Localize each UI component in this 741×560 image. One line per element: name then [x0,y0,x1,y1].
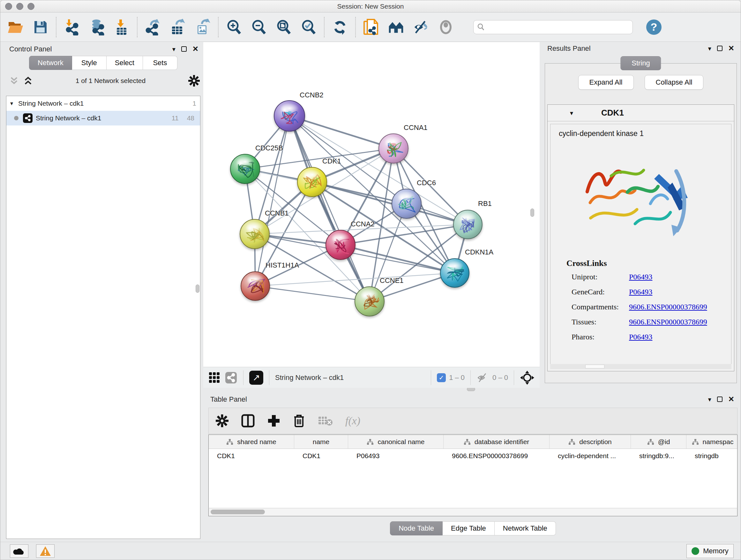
show-columns-icon[interactable] [241,414,255,428]
column-header-description[interactable]: description [549,435,631,449]
results-panel-close-icon[interactable]: ✕ [728,44,734,53]
zoom-fit-icon[interactable] [275,19,292,36]
add-column-icon[interactable] [267,415,280,427]
network-options-gear-icon[interactable] [188,75,200,86]
hide-selected-icon[interactable] [413,19,429,36]
table-panel-float-icon[interactable] [717,396,723,402]
network-node-ccnb2[interactable] [274,100,305,132]
collapse-all-icon[interactable] [9,76,19,85]
collapse-all-button[interactable]: Collapse All [645,75,704,90]
tab-style[interactable]: Style [72,56,107,70]
column-header-database-identifier[interactable]: database identifier [444,435,549,449]
table-options-gear-icon[interactable] [216,415,228,427]
network-node-ccna1[interactable] [379,133,408,164]
column-header-label: namespac [703,438,734,446]
network-collection-row[interactable]: ▾ String Network – cdk1 1 [6,96,200,111]
network-node-ccne1[interactable] [354,287,385,316]
hidden-eye-icon[interactable] [476,373,489,383]
network-node-ccna2[interactable] [326,230,355,260]
table-panel-menu-icon[interactable]: ▾ [708,395,711,403]
zoom-in-icon[interactable] [226,19,242,36]
tab-network-table[interactable]: Network Table [495,521,556,536]
import-network-file-icon[interactable] [64,19,80,36]
crosslink-value-link[interactable]: 9606.ENSP00000378699 [629,303,707,311]
network-node-hist1h1a[interactable] [241,271,270,301]
network-node-ccnb1[interactable] [240,219,270,249]
crosslink-value-link[interactable]: P06493 [629,273,652,281]
control-panel-float-icon[interactable] [181,46,187,52]
results-hscrollbar[interactable] [550,364,731,369]
table-row[interactable]: CDK1CDK1P064939606.ENSP00000378699cyclin… [209,449,737,463]
table-cell[interactable]: cyclin-dependent ... [549,449,631,463]
import-network-database-icon[interactable] [88,19,105,36]
results-panel-float-icon[interactable] [717,46,723,51]
table-cell[interactable]: stringdb [686,449,738,463]
first-neighbors-icon[interactable] [388,19,404,36]
network-node-cdkn1a[interactable] [440,258,469,288]
memory-button[interactable]: Memory [686,544,734,558]
clone-network-icon[interactable] [363,19,380,36]
table-cell[interactable]: stringdb:9... [631,449,686,463]
cloud-button[interactable] [10,544,28,558]
shared-column-icon [692,439,699,445]
string-view-icon[interactable] [225,371,238,384]
table-cell[interactable]: P06493 [348,449,444,463]
search-input[interactable] [473,20,633,34]
table-cell[interactable]: CDK1 [209,449,294,463]
results-panel-menu-icon[interactable]: ▾ [708,45,711,52]
save-session-icon[interactable] [32,19,49,36]
right-splitter-handle[interactable] [530,208,534,217]
delete-column-icon[interactable] [293,414,305,428]
tab-sets[interactable]: Sets [143,56,178,70]
entry-collapse-icon[interactable]: ▾ [570,109,573,117]
table-cell[interactable]: 9606.ENSP00000378699 [444,449,549,463]
column-header-shared-name[interactable]: shared name [209,435,294,449]
network-node-cdk1[interactable] [297,167,327,197]
table-hscrollbar[interactable] [208,508,738,516]
control-panel-close-icon[interactable]: ✕ [192,45,199,53]
column-header-name[interactable]: name [294,435,348,449]
crosslink-value-link[interactable]: P06493 [629,288,652,296]
selected-checkbox-icon[interactable]: ✓ [437,373,446,382]
table-cell[interactable]: CDK1 [294,449,348,463]
crosslink-value-link[interactable]: 9606.ENSP00000378699 [629,318,707,326]
export-network-icon[interactable] [145,19,161,36]
node-entry-header[interactable]: ▾ CDK1 [548,105,734,121]
network-node-rb1[interactable] [453,210,482,239]
network-canvas[interactable]: CCNB2CCNA1CDC25BCDK1CDC6RB1CCNB1CCNA2CDK… [203,42,540,367]
control-panel-menu-icon[interactable]: ▾ [172,45,176,53]
birdseye-crosshair-icon[interactable] [520,370,535,385]
open-session-icon[interactable] [7,19,24,36]
left-splitter-handle[interactable] [196,285,199,293]
import-table-file-icon[interactable] [113,19,130,36]
column-header-canonical-name[interactable]: canonical name [348,435,444,449]
shared-column-icon [647,439,654,445]
tab-select[interactable]: Select [107,56,143,70]
delete-table-icon[interactable] [318,415,333,426]
refresh-icon[interactable] [332,19,348,36]
crosslink-value-link[interactable]: P06493 [629,333,652,341]
zoom-out-icon[interactable] [251,19,267,36]
tab-network[interactable]: Network [29,56,72,70]
help-icon[interactable]: ? [646,19,662,36]
export-image-icon[interactable] [194,19,211,36]
tab-node-table[interactable]: Node Table [390,521,443,536]
column-header--id[interactable]: @id [631,435,686,449]
tab-edge-table[interactable]: Edge Table [443,521,495,536]
table-panel-close-icon[interactable]: ✕ [728,395,734,403]
network-node-cdc6[interactable] [392,189,421,219]
column-header-namespac[interactable]: namespac [686,435,738,449]
network-node-cdc25b[interactable] [230,154,260,184]
network-row[interactable]: String Network – cdk1 11 48 [6,111,200,125]
function-builder-icon[interactable]: f(x) [345,415,360,427]
expand-all-button[interactable]: Expand All [578,75,634,90]
export-table-icon[interactable] [170,19,186,36]
warnings-button[interactable] [36,544,55,558]
open-in-browser-icon[interactable]: ↗ [249,371,263,385]
zoom-selected-icon[interactable] [300,19,317,36]
tab-string[interactable]: String [620,56,661,70]
grid-view-icon[interactable] [209,372,219,383]
expand-all-icon[interactable] [23,76,33,85]
collection-expand-icon[interactable]: ▾ [10,100,13,107]
show-all-icon[interactable] [437,19,454,36]
